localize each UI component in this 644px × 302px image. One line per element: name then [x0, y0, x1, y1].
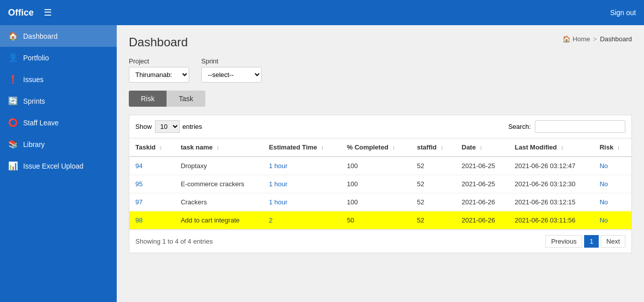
- sidebar-item-library[interactable]: 📚Library: [0, 133, 117, 155]
- breadcrumb-current: Dashboard: [600, 35, 632, 43]
- col-risk[interactable]: Risk ↕: [594, 138, 631, 157]
- staff-leave-icon: ⭕: [8, 118, 18, 127]
- cell-staffid: 52: [411, 175, 456, 193]
- col-taskid[interactable]: Taskid ↕: [129, 138, 175, 157]
- home-icon: 🏠: [562, 35, 571, 43]
- cell-risk: No: [594, 157, 631, 175]
- cell-staffid: 52: [411, 193, 456, 211]
- cell-date: 2021-06-26: [456, 211, 509, 230]
- issues-icon: ❗: [8, 74, 18, 84]
- breadcrumb: 🏠 Home > Dashboard: [562, 35, 632, 43]
- show-entries: Show 10 25 50 entries: [135, 120, 202, 133]
- cell-taskid[interactable]: 94: [129, 157, 175, 175]
- cell-task-name: Droptaxy: [175, 157, 263, 175]
- page-header: Dashboard 🏠 Home > Dashboard: [129, 35, 632, 49]
- cell-taskid[interactable]: 97: [129, 193, 175, 211]
- cell-last-modified: 2021-06-26 03:12:47: [509, 157, 594, 175]
- cell-risk: No: [594, 175, 631, 193]
- table-row: 95 E-commerce crackers 1 hour 100 52 202…: [129, 175, 631, 193]
- cell-last-modified: 2021-06-26 03:12:15: [509, 193, 594, 211]
- search-label: Search:: [508, 123, 531, 130]
- page-1-button[interactable]: 1: [584, 235, 599, 248]
- sign-out-button[interactable]: Sign out: [610, 9, 636, 17]
- breadcrumb-home-label[interactable]: Home: [573, 35, 590, 43]
- next-button[interactable]: Next: [601, 235, 625, 248]
- pagination-buttons: Previous 1 Next: [545, 235, 625, 248]
- col-estimated-time[interactable]: Estimated Time ↕: [263, 138, 341, 157]
- cell-staffid: 52: [411, 157, 456, 175]
- layout: 🏠Dashboard👤Portfolio❗Issues🔄Sprints⭕Staf…: [0, 25, 644, 302]
- search-input[interactable]: [535, 120, 625, 133]
- app-title: Office: [8, 8, 34, 18]
- issue-excel-upload-icon: 📊: [8, 161, 18, 171]
- table-header-row: Taskid ↕ task name ↕ Estimated Time ↕ % …: [129, 138, 631, 157]
- cell-taskid[interactable]: 98: [129, 211, 175, 230]
- sidebar-label-issue-excel-upload: Issue Excel Upload: [23, 162, 84, 170]
- cell-taskid[interactable]: 95: [129, 175, 175, 193]
- col-task-name[interactable]: task name ↕: [175, 138, 263, 157]
- sprints-icon: 🔄: [8, 96, 18, 106]
- sidebar-item-issue-excel-upload[interactable]: 📊Issue Excel Upload: [0, 155, 117, 177]
- previous-button[interactable]: Previous: [545, 235, 582, 248]
- cell-date: 2021-06-26: [456, 193, 509, 211]
- sidebar-label-dashboard: Dashboard: [23, 32, 58, 40]
- tabs: Risk Task: [129, 91, 632, 107]
- sprint-filter: Sprint --select--: [201, 57, 262, 83]
- col-last-modified[interactable]: Last Modified ↕: [509, 138, 594, 157]
- sidebar-item-dashboard[interactable]: 🏠Dashboard: [0, 25, 117, 47]
- cell-pct-completed: 100: [341, 157, 411, 175]
- sidebar-label-sprints: Sprints: [23, 97, 45, 105]
- cell-staffid: 52: [411, 211, 456, 230]
- sidebar-label-staff-leave: Staff Leave: [23, 119, 59, 127]
- cell-task-name: Add to cart integrate: [175, 211, 263, 230]
- show-label: Show: [135, 123, 152, 130]
- cell-risk: No: [594, 193, 631, 211]
- cell-pct-completed: 100: [341, 193, 411, 211]
- table-container: Show 10 25 50 entries Search:: [129, 115, 632, 253]
- cell-date: 2021-06-25: [456, 157, 509, 175]
- showing-text: Showing 1 to 4 of 4 entries: [135, 238, 213, 245]
- cell-estimated-time: 2: [263, 211, 341, 230]
- cell-estimated-time: 1 hour: [263, 175, 341, 193]
- sidebar-label-library: Library: [23, 140, 45, 148]
- library-icon: 📚: [8, 139, 18, 149]
- sprint-select[interactable]: --select--: [201, 67, 262, 83]
- cell-pct-completed: 100: [341, 175, 411, 193]
- cell-last-modified: 2021-06-26 03:12:30: [509, 175, 594, 193]
- breadcrumb-separator: >: [593, 35, 597, 43]
- sidebar-item-sprints[interactable]: 🔄Sprints: [0, 90, 117, 112]
- main-content: Dashboard 🏠 Home > Dashboard Project Thi…: [117, 25, 644, 302]
- sidebar-label-portfolio: Portfolio: [23, 54, 49, 62]
- sidebar-label-issues: Issues: [23, 76, 43, 84]
- pagination-bar: Showing 1 to 4 of 4 entries Previous 1 N…: [129, 230, 631, 253]
- sidebar: 🏠Dashboard👤Portfolio❗Issues🔄Sprints⭕Staf…: [0, 25, 117, 302]
- cell-estimated-time: 1 hour: [263, 193, 341, 211]
- sidebar-item-issues[interactable]: ❗Issues: [0, 68, 117, 90]
- data-table: Taskid ↕ task name ↕ Estimated Time ↕ % …: [129, 138, 631, 230]
- entries-label: entries: [183, 123, 202, 130]
- col-date[interactable]: Date ↕: [456, 138, 509, 157]
- filters: Project Thirumanab: Sprint --select--: [129, 57, 632, 83]
- cell-pct-completed: 50: [341, 211, 411, 230]
- portfolio-icon: 👤: [8, 53, 18, 62]
- dashboard-icon: 🏠: [8, 31, 18, 41]
- project-select[interactable]: Thirumanab:: [129, 67, 189, 83]
- cell-risk: No: [594, 211, 631, 230]
- entries-select[interactable]: 10 25 50: [155, 120, 180, 133]
- top-nav-left: Office ☰: [8, 7, 52, 18]
- top-nav: Office ☰ Sign out: [0, 0, 644, 25]
- col-staffid[interactable]: staffid ↕: [411, 138, 456, 157]
- sidebar-item-portfolio[interactable]: 👤Portfolio: [0, 47, 117, 68]
- breadcrumb-home: 🏠 Home: [562, 35, 590, 43]
- sprint-label: Sprint: [201, 57, 262, 65]
- hamburger-icon[interactable]: ☰: [44, 7, 52, 18]
- cell-task-name: E-commerce crackers: [175, 175, 263, 193]
- tab-risk[interactable]: Risk: [129, 91, 167, 107]
- cell-task-name: Crackers: [175, 193, 263, 211]
- tab-task[interactable]: Task: [167, 91, 205, 107]
- table-row: 98 Add to cart integrate 2 50 52 2021-06…: [129, 211, 631, 230]
- table-toolbar: Show 10 25 50 entries Search:: [129, 115, 631, 138]
- col-pct-completed[interactable]: % Completed ↕: [341, 138, 411, 157]
- sidebar-item-staff-leave[interactable]: ⭕Staff Leave: [0, 112, 117, 133]
- table-row: 94 Droptaxy 1 hour 100 52 2021-06-25 202…: [129, 157, 631, 175]
